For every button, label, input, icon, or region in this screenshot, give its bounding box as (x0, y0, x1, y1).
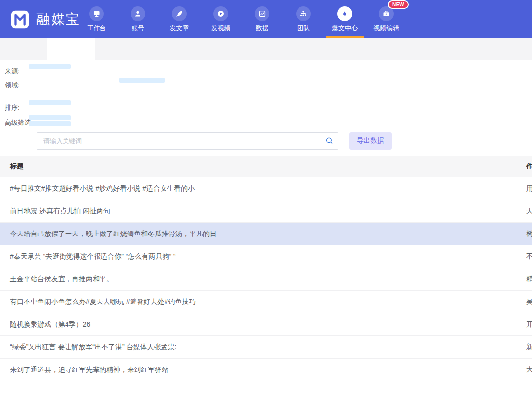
filter-option[interactable] (29, 78, 74, 83)
play-icon (213, 6, 228, 21)
tab[interactable] (47, 38, 95, 60)
nav-item-publish-video[interactable]: 发视频 (200, 0, 241, 38)
filter-option[interactable] (71, 115, 113, 120)
filter-option[interactable] (210, 90, 255, 95)
filter-option[interactable] (255, 78, 300, 83)
nav-item-label: 爆文中心 (332, 24, 358, 33)
filter-option[interactable] (346, 78, 391, 83)
filter-option[interactable] (210, 84, 255, 89)
filter-option[interactable] (283, 115, 325, 120)
advanced-options-row1 (29, 115, 325, 120)
nav-item-workbench[interactable]: 工作台 (76, 0, 117, 38)
filter-option[interactable] (74, 90, 119, 95)
filter-option[interactable] (156, 115, 198, 120)
table-row[interactable]: #奉天承芸 “去逛街觉得这个很适合你” “怎么有两只狗” “ 不 (0, 245, 532, 268)
table-row[interactable]: 随机换乘游戏（第4季）26 开 (0, 313, 532, 336)
filter-option[interactable] (119, 78, 165, 83)
field-options-row3 (29, 90, 527, 95)
filter-option[interactable] (346, 84, 391, 89)
table-row[interactable]: 今天给自己放假了一天，晚上做了红烧鲫鱼和冬瓜排骨汤，平凡的日 树 (0, 223, 532, 245)
nav-item-video-editor[interactable]: NEW 视频编辑 (366, 0, 407, 38)
tab[interactable] (236, 38, 284, 60)
filter-option[interactable] (156, 64, 198, 69)
filter-option[interactable] (29, 84, 74, 89)
advanced-options-row2 (29, 121, 325, 126)
filter-option[interactable] (113, 121, 156, 126)
filter-option[interactable] (482, 84, 527, 89)
filter-panel: 来源: 领域: 排序: (0, 60, 532, 150)
filter-option[interactable] (255, 90, 300, 95)
filter-option[interactable] (240, 121, 283, 126)
filter-option[interactable] (165, 78, 210, 83)
flame-icon (337, 6, 352, 21)
search-input[interactable] (37, 132, 338, 150)
filter-option[interactable] (113, 64, 156, 69)
filter-option[interactable] (391, 78, 436, 83)
row-title: #奉天承芸 “去逛街觉得这个很适合你” “怎么有两只狗” “ (0, 252, 176, 261)
export-data-button[interactable]: 导出数据 (349, 132, 392, 150)
filter-option[interactable] (165, 90, 210, 95)
filter-option[interactable] (300, 84, 346, 89)
filter-option[interactable] (300, 78, 346, 83)
filter-option[interactable] (300, 90, 346, 95)
filter-option[interactable] (436, 84, 482, 89)
filter-option[interactable] (29, 90, 74, 95)
row-author-partial: 用 (526, 184, 532, 193)
filter-option[interactable] (71, 64, 113, 69)
filter-option[interactable] (198, 121, 240, 126)
nav-item-label: 数据 (256, 24, 268, 33)
filter-option[interactable] (29, 121, 71, 126)
filter-option[interactable] (240, 115, 283, 120)
filter-option[interactable] (346, 90, 391, 95)
filter-option[interactable] (29, 64, 71, 69)
nav-item-account[interactable]: 账号 (117, 0, 159, 38)
table-row[interactable]: 来到了通道县，追寻红军先辈的精神，来到红军驿站 大 (0, 359, 532, 381)
filter-option[interactable] (391, 84, 436, 89)
filter-option[interactable] (71, 100, 113, 105)
table-row[interactable]: “绿委”又出狂言 要让解放军“出不了港” 台媒体人张孟祟: 新 (0, 336, 532, 359)
filter-option[interactable] (29, 115, 71, 120)
nav-item-hot-article-center[interactable]: 爆文中心 (324, 0, 366, 38)
filter-option[interactable] (74, 78, 119, 83)
filter-option[interactable] (482, 90, 527, 95)
tab[interactable] (95, 38, 142, 60)
tab[interactable] (0, 38, 47, 60)
table-row[interactable]: 王金平站台侯友宜，再推两和平。 精 (0, 268, 532, 291)
filter-option[interactable] (113, 100, 156, 105)
nav-item-publish-article[interactable]: 发文章 (159, 0, 200, 38)
logo[interactable]: 融媒宝 (10, 8, 81, 30)
filter-option[interactable] (391, 90, 436, 95)
filter-option[interactable] (436, 90, 482, 95)
nav-item-data[interactable]: 数据 (241, 0, 283, 38)
search-icon[interactable] (325, 137, 333, 145)
filter-option[interactable] (74, 84, 119, 89)
table-row[interactable]: #每日推文#推文超好看小说 #炒鸡好看小说 #适合女生看的小 用 (0, 177, 532, 200)
results-table: 标题 作 #每日推文#推文超好看小说 #炒鸡好看小说 #适合女生看的小 用 前日… (0, 156, 532, 381)
tab[interactable] (142, 38, 189, 60)
filter-option[interactable] (113, 115, 156, 120)
table-row[interactable]: 前日地震 还真有点儿怕 闲扯两句 天 (0, 200, 532, 223)
tab-bar (0, 38, 532, 60)
filter-option[interactable] (119, 90, 165, 95)
filter-option[interactable] (198, 115, 240, 120)
filter-option[interactable] (198, 64, 240, 69)
search-box (37, 132, 338, 150)
filter-option[interactable] (156, 121, 198, 126)
nav-items: 工作台 账号 发文章 发视频 (76, 0, 407, 38)
filter-option[interactable] (482, 78, 527, 83)
filter-option[interactable] (165, 84, 210, 89)
filter-option[interactable] (29, 100, 71, 105)
filter-option[interactable] (210, 78, 255, 83)
tab[interactable] (189, 38, 236, 60)
table-row[interactable]: 有口不中鱼闹小鱼怎么办#夏天去哪玩 #避暑好去处#钓鱼技巧 吴 (0, 291, 532, 313)
row-author-partial: 树 (526, 230, 532, 238)
filter-option[interactable] (240, 64, 283, 69)
new-badge: NEW (388, 0, 409, 9)
filter-option[interactable] (255, 84, 300, 89)
tab[interactable] (284, 38, 331, 60)
row-author-partial: 大 (526, 366, 532, 374)
filter-option[interactable] (71, 121, 113, 126)
filter-option[interactable] (119, 84, 165, 89)
filter-option[interactable] (436, 78, 482, 83)
nav-item-team[interactable]: 团队 (283, 0, 324, 38)
